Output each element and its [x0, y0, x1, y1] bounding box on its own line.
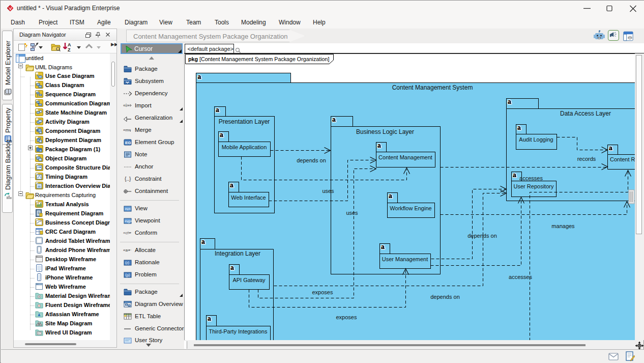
svg-text:pkg [Content Management System: pkg [Content Management System Package O…	[188, 56, 329, 62]
svg-text:records: records	[577, 156, 596, 162]
svg-text:a: a	[220, 131, 223, 138]
svg-text:a: a	[609, 145, 612, 152]
svg-text:A: A	[68, 42, 71, 47]
svg-text:a: a	[230, 264, 234, 271]
svg-text:EG: EG	[125, 141, 131, 145]
svg-text:〈r〉: 〈r〉	[125, 261, 129, 265]
svg-text:a: a	[377, 142, 381, 149]
svg-text:«i»: «i»	[123, 103, 129, 108]
svg-text:«v»: «v»	[125, 207, 131, 211]
svg-text:User Repository: User Repository	[514, 183, 554, 189]
svg-text:Mobile Application: Mobile Application	[222, 144, 267, 150]
svg-text:Third-Party Integrations: Third-Party Integrations	[209, 328, 268, 334]
svg-text:depends on: depends on	[467, 233, 497, 239]
svg-text:a: a	[208, 315, 211, 322]
svg-text:depends on: depends on	[297, 157, 326, 163]
svg-text:Data Access Layer: Data Access Layer	[560, 110, 611, 117]
svg-text:{..}: {..}	[125, 176, 131, 182]
svg-text:a: a	[517, 124, 521, 131]
svg-text:Content Management: Content Management	[378, 154, 432, 160]
svg-text:depends on: depends on	[430, 294, 460, 300]
svg-text:Web Interface: Web Interface	[231, 194, 266, 201]
svg-text:a: a	[513, 172, 516, 179]
svg-text:a: a	[381, 243, 385, 250]
svg-text:a: a	[389, 192, 392, 200]
svg-text:a: a	[508, 98, 511, 105]
svg-text:Audit Logging: Audit Logging	[519, 136, 553, 143]
svg-text:〈p〉: 〈p〉	[125, 273, 130, 277]
svg-text:accesses: accesses	[509, 274, 532, 280]
svg-text:manages: manages	[551, 223, 575, 229]
svg-text:Z: Z	[68, 47, 71, 52]
svg-text:«m»: «m»	[123, 128, 131, 132]
svg-text:«vp»: «vp»	[125, 219, 132, 224]
svg-text:a: a	[201, 238, 205, 245]
svg-text:Workflow Engine: Workflow Engine	[390, 205, 431, 211]
svg-text:a: a	[230, 182, 233, 189]
svg-text:uses: uses	[346, 210, 358, 216]
svg-text:accesses: accesses	[519, 175, 543, 181]
svg-text:«a»: «a»	[123, 248, 130, 253]
svg-text:uses: uses	[322, 188, 334, 194]
svg-text:a: a	[332, 116, 336, 123]
svg-text:Integration Layer: Integration Layer	[215, 250, 260, 257]
svg-text:Business Logic Layer: Business Logic Layer	[356, 128, 414, 135]
svg-text:Content Management System: Content Management System	[392, 84, 473, 91]
svg-text:Presentation Layer: Presentation Layer	[219, 118, 270, 125]
svg-text:User Management: User Management	[382, 256, 428, 262]
svg-text:a: a	[198, 73, 201, 80]
svg-text:API Gateway: API Gateway	[232, 277, 266, 283]
svg-text:exposes: exposes	[312, 289, 333, 295]
svg-text:Content Re: Content Re	[610, 156, 635, 162]
svg-text:a: a	[216, 106, 219, 114]
svg-text:exposes: exposes	[336, 314, 357, 320]
